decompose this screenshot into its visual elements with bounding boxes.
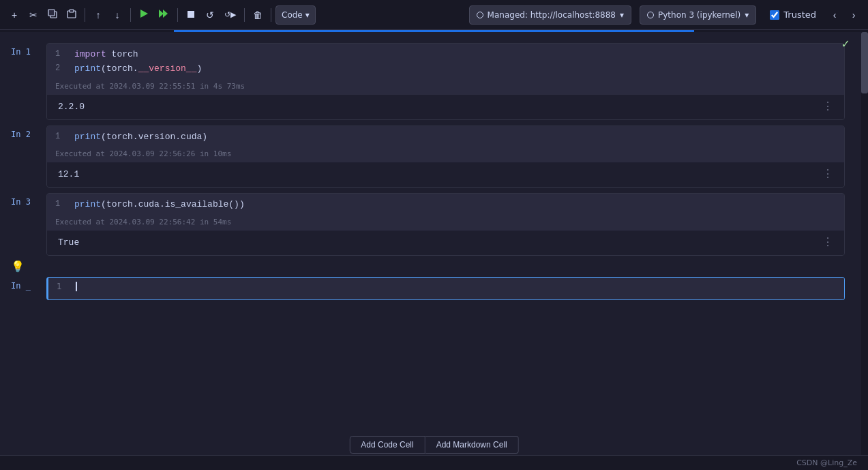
scissors-icon: ✂ [29,10,38,20]
cell-1-output-menu[interactable]: ⋮ [822,102,833,113]
cell-1-output-text: 2.2.0 [58,102,85,112]
cell-label-4: In _ [11,277,46,291]
restart-button[interactable]: ↺ [201,5,219,25]
line-num-3-1: 1 [55,198,66,212]
kernel-selector[interactable]: Python 3 (ipykernel) ▾ [640,5,756,25]
footer-label: CSDN @Ling_Ze [796,458,857,467]
svg-rect-1 [48,10,55,16]
cell-2-output: 12.1 ⋮ [47,162,844,187]
cell-type-selector[interactable]: Code ▾ [275,5,316,25]
svg-marker-5 [159,10,164,18]
cell-3-output: True ⋮ [47,231,844,255]
cell-1-code[interactable]: 1 import torch 2 print(torch.__version__… [47,44,844,80]
run-icon [139,9,149,20]
nav-up-button[interactable]: ‹ [826,5,843,25]
line-num-4-1: 1 [57,282,68,295]
footer: CSDN @Ling_Ze [0,455,868,470]
cell-1-line-2: 2 print(torch.__version__) [55,62,836,76]
cell-type-chevron-icon: ▾ [305,10,310,20]
code-1-2: print(torch.__version__) [74,62,202,76]
cell-3-meta: Executed at 2024.03.09 22:56:42 in 54ms [47,216,844,231]
copy-button[interactable] [44,5,61,25]
separator1 [85,8,85,22]
scrollbar-thumb[interactable] [861,32,868,93]
stop-icon [187,10,195,20]
paste-icon [67,9,76,20]
nav-arrows: ‹ › [826,5,863,25]
cell-4-input[interactable]: 1 [48,278,844,299]
trusted-checkbox[interactable] [770,10,779,20]
trusted-label: Trusted [783,10,816,20]
cell-3[interactable]: 1 print(torch.cuda.is_available()) Execu… [46,193,845,256]
code-3-1: print(torch.cuda.is_available()) [74,198,245,212]
nav-down-button[interactable]: › [845,5,863,25]
scrollbar-track[interactable] [861,32,868,455]
cell-wrapper-3: In 3 1 print(torch.cuda.is_available()) … [0,193,861,256]
move-down-button[interactable]: ↓ [108,5,126,25]
svg-marker-6 [163,10,168,18]
add-cell-bar: Add Code Cell Add Markdown Cell [349,436,518,454]
paste-button[interactable] [63,5,80,25]
line-num-1-2: 2 [55,62,66,76]
lightbulb-icon[interactable]: 💡 [11,260,25,273]
cell-1-line-1: 1 import torch [55,48,836,62]
cell-1-meta: Executed at 2024.03.09 22:55:51 in 4s 73… [47,80,844,95]
interrupt-button[interactable] [182,5,200,25]
cell-1[interactable]: 1 import torch 2 print(torch.__version__… [46,43,845,120]
line-num-1-1: 1 [55,48,66,62]
cell-2-meta: Executed at 2024.03.09 22:56:26 in 10ms [47,148,844,162]
run-button[interactable] [135,5,153,25]
cell-2-line-1: 1 print(torch.version.cuda) [55,130,836,145]
arrow-down-icon: ↓ [115,10,120,20]
cell-wrapper-2: In 2 1 print(torch.version.cuda) Execute… [0,126,861,188]
kernel-label: Python 3 (ipykernel) [658,10,740,20]
cell-2[interactable]: 1 print(torch.version.cuda) Executed at … [46,126,845,188]
check-icon: ✓ [841,38,850,50]
separator5 [271,8,271,22]
svg-rect-3 [70,10,74,12]
cell-3-output-menu[interactable]: ⋮ [822,237,833,248]
toolbar: + ✂ ↑ ↓ ↺ ↺▶ [0,0,868,30]
svg-marker-4 [140,10,148,18]
trash-icon: 🗑 [253,10,263,20]
server-status-icon [477,12,483,18]
kernel-chevron-icon: ▾ [745,10,749,20]
kernel-status-icon [647,12,654,18]
cell-label-1: In 1 [11,43,46,57]
cell-label-2: In 2 [11,126,46,139]
line-num-2-1: 1 [55,130,66,145]
cell-2-code[interactable]: 1 print(torch.version.cuda) [47,126,844,149]
code-2-1: print(torch.version.cuda) [74,130,207,145]
cell-3-output-text: True [58,237,79,248]
add-code-cell-button[interactable]: Add Code Cell [349,436,425,454]
restart-run-button[interactable]: ↺▶ [220,5,240,25]
cell-4[interactable]: 1 [46,277,845,300]
notebook-area: ✓ In 1 1 import torch 2 print(torch.__ve… [0,32,861,455]
restart-run-icon: ↺▶ [224,10,236,19]
lightbulb-area: 💡 [0,256,861,277]
add-markdown-cell-button[interactable]: Add Markdown Cell [425,436,519,454]
cell-wrapper-1: In 1 1 import torch 2 print(torch.__vers… [0,43,861,120]
arrow-up-icon: ↑ [96,10,101,20]
cell-3-line-1: 1 print(torch.cuda.is_available()) [55,198,836,212]
add-icon: + [12,10,17,20]
cut-button[interactable]: ✂ [25,5,42,25]
add-cell-button[interactable]: + [5,5,23,25]
move-up-button[interactable]: ↑ [89,5,107,25]
cell-3-code[interactable]: 1 print(torch.cuda.is_available()) [47,194,844,216]
server-selector[interactable]: Managed: http://localhost:8888 ▾ [469,5,631,25]
cell-label-3: In 3 [11,193,46,207]
separator4 [244,8,245,22]
cell-wrapper-4: In _ 1 [0,277,861,300]
clear-button[interactable]: 🗑 [249,5,267,25]
svg-rect-7 [188,11,194,18]
restart-icon: ↺ [206,10,214,20]
server-chevron-icon: ▾ [620,10,624,20]
cell-1-output: 2.2.0 ⋮ [47,95,844,119]
run-all-button[interactable] [154,5,173,25]
separator2 [130,8,131,22]
trusted-area: Trusted [764,10,822,20]
server-label: Managed: http://localhost:8888 [488,10,616,20]
cell-2-output-menu[interactable]: ⋮ [822,169,833,180]
copy-icon [48,9,57,20]
